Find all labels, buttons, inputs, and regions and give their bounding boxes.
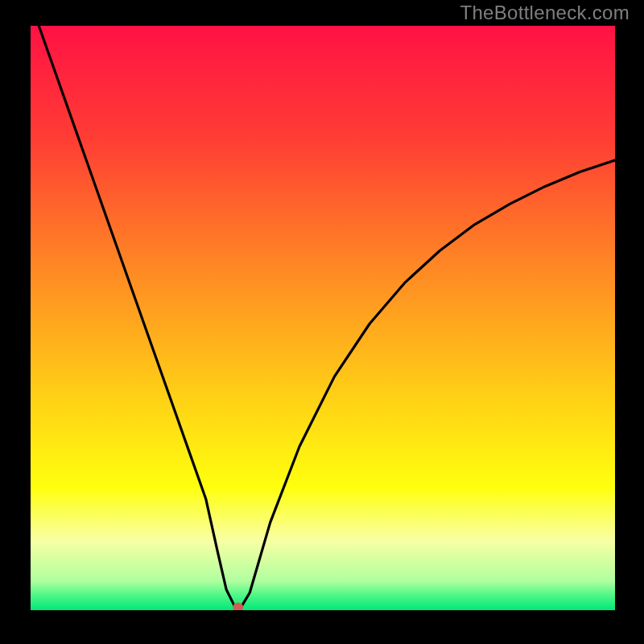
gradient-background [31,26,615,610]
chart-container: TheBottleneck.com [0,0,644,644]
gradient-rect [31,26,615,610]
watermark-text: TheBottleneck.com [460,2,630,24]
plot-area [31,26,615,610]
